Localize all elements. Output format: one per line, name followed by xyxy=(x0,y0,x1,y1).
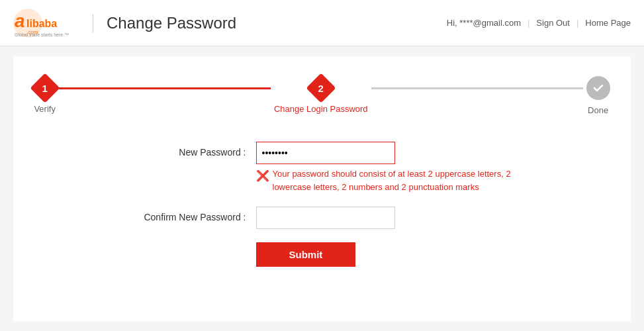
sign-out-link[interactable]: Sign Out xyxy=(536,18,570,28)
checkmark-icon xyxy=(592,82,604,94)
step-1-circle: 1 xyxy=(30,73,60,103)
svg-text:libaba: libaba xyxy=(26,18,57,29)
step-1-label: Verify xyxy=(34,104,56,114)
home-page-link[interactable]: Home Page xyxy=(585,18,631,28)
error-text: Your password should consist of at least… xyxy=(273,167,521,193)
step-done-label: Done xyxy=(588,105,608,115)
step-2-label: Change Login Password xyxy=(274,104,368,114)
svg-text:a: a xyxy=(15,11,25,31)
submit-button[interactable]: Submit xyxy=(256,242,356,267)
step-done-circle xyxy=(586,76,610,100)
confirm-password-row: Confirm New Password : xyxy=(124,207,521,229)
step-line-2 xyxy=(371,87,583,89)
step-done: Done xyxy=(586,76,610,115)
confirm-password-wrap xyxy=(256,207,521,229)
step-2-number: 2 xyxy=(318,83,324,94)
submit-row: Submit xyxy=(124,242,521,267)
step-1-number: 1 xyxy=(42,83,47,94)
confirm-password-label: Confirm New Password : xyxy=(124,207,256,222)
alibaba-logo-svg: a libaba .com Global trade starts here.™ xyxy=(13,6,76,40)
main-content: 1 Verify 2 Change Login Password Done xyxy=(13,56,631,321)
divider2: | xyxy=(576,18,578,28)
step-1: 1 Verify xyxy=(34,77,56,114)
steps-container: 1 Verify 2 Change Login Password Done xyxy=(26,76,618,115)
header: a libaba .com Global trade starts here.™… xyxy=(0,0,644,46)
new-password-wrap: ❌ Your password should consist of at lea… xyxy=(256,142,521,193)
error-icon: ❌ xyxy=(256,168,269,184)
page-title: Change Password xyxy=(93,14,236,32)
confirm-password-input[interactable] xyxy=(256,207,395,229)
header-nav: Hi, ****@gmail.com | Sign Out | Home Pag… xyxy=(447,18,631,28)
step-line-1 xyxy=(59,87,271,89)
logo-area: a libaba .com Global trade starts here.™ xyxy=(13,6,76,40)
form-section: New Password : ❌ Your password should co… xyxy=(124,142,521,267)
divider1: | xyxy=(528,18,529,28)
new-password-label: New Password : xyxy=(124,142,256,158)
user-greeting: Hi, ****@gmail.com xyxy=(447,18,521,28)
step-2-circle: 2 xyxy=(306,73,336,103)
new-password-row: New Password : ❌ Your password should co… xyxy=(124,142,521,193)
step-2: 2 Change Login Password xyxy=(274,77,368,114)
svg-text:Global trade starts here.™: Global trade starts here.™ xyxy=(15,32,69,37)
password-error-message: ❌ Your password should consist of at lea… xyxy=(256,167,521,193)
new-password-input[interactable] xyxy=(256,142,395,164)
